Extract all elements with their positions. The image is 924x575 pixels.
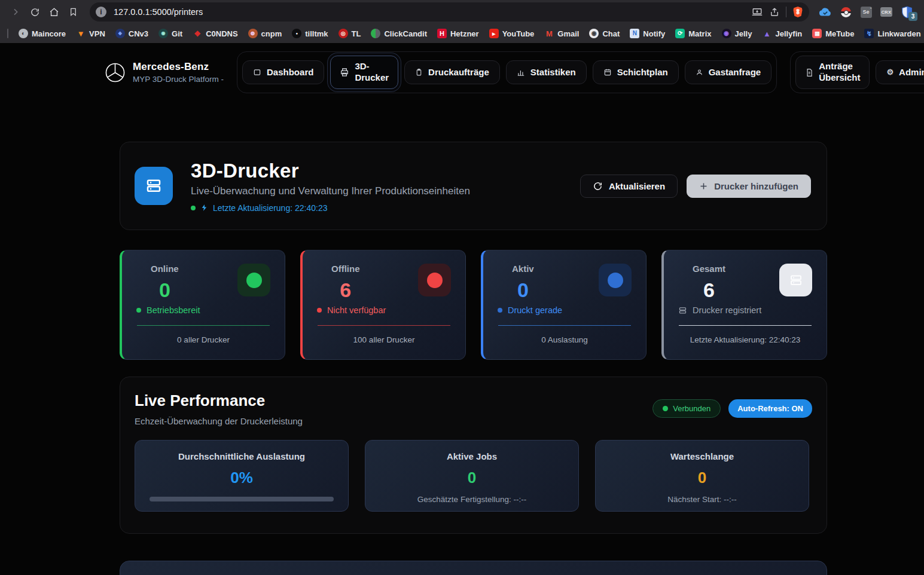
home-button[interactable]	[45, 4, 62, 20]
bookmark-clickcandit[interactable]: ClickCandit	[371, 29, 427, 38]
stat-status-label: Betriebsbereit	[147, 305, 200, 315]
jellyfin-favicon	[762, 29, 771, 38]
reload-button[interactable]	[26, 4, 43, 20]
bookmark-cnpm[interactable]: cnpm	[248, 29, 282, 38]
perf-card-value: 0	[380, 469, 564, 487]
send-to-device-button[interactable]	[751, 7, 763, 17]
live-status-dot	[191, 206, 196, 210]
printers-hero-icon	[135, 167, 173, 205]
bookmark-label: Linkwarden	[877, 29, 920, 38]
gear-icon: ⚙	[886, 68, 893, 77]
bookmark-jellyfin[interactable]: Jellyfin	[762, 29, 802, 38]
bookmark-label: VPN	[89, 29, 105, 38]
extensions-row: Se CRX 3	[815, 5, 918, 19]
nav-label: Schichtplan	[617, 67, 668, 78]
document-icon	[805, 68, 813, 77]
stat-card-aktiv: Aktiv 0 Druckt gerade 0 Auslastung	[481, 250, 647, 360]
git-favicon	[158, 29, 168, 38]
auto-refresh-toggle[interactable]: Auto-Refresh: ON	[728, 399, 812, 418]
nav-druckauftraege[interactable]: Druckaufträge	[404, 60, 500, 85]
hetzner-favicon	[437, 29, 447, 38]
add-printer-button[interactable]: Drucker hinzufügen	[687, 175, 811, 198]
bolt-icon	[200, 203, 208, 212]
site-info-icon[interactable]: i	[96, 7, 106, 17]
bookmark-c0ndns[interactable]: C0NDNS	[193, 29, 237, 38]
bookmark-chat[interactable]: Chat	[589, 29, 620, 38]
bookmark-linkwarden[interactable]: Linkwarden	[864, 29, 920, 38]
dashboard-icon	[253, 68, 261, 77]
shield-extension-button[interactable]: 3	[900, 5, 913, 19]
send-to-device-icon	[751, 7, 763, 17]
bookmark-tilltmk[interactable]: tilltmk	[292, 29, 328, 38]
last-update-text: Letzte Aktualisierung: 22:40:23	[213, 203, 327, 213]
bookmark-notify[interactable]: Notify	[630, 29, 665, 38]
nav-dashboard[interactable]: Dashboard	[242, 60, 324, 85]
bookmark-hetzner[interactable]: Hetzner	[437, 29, 479, 38]
bookmark-vpn[interactable]: VPN	[76, 29, 105, 38]
live-performance-card: Live Performance Echzeit-Überwachung der…	[120, 377, 827, 534]
hero-card: 3D-Drucker Live-Überwachung und Verwaltu…	[120, 142, 827, 230]
crx-icon: CRX	[880, 7, 892, 17]
page: Mercedes-Benz MYP 3D-Druck Platform - Da…	[0, 43, 924, 575]
bookmark-jelly[interactable]: Jelly	[722, 29, 752, 38]
nav-statistiken[interactable]: Statistiken	[506, 60, 587, 85]
forward-button[interactable]	[7, 4, 24, 20]
bookmark-label: TL	[352, 29, 361, 38]
clipboard-icon	[415, 68, 423, 77]
bookmark-label: Notify	[643, 29, 665, 38]
refresh-icon	[593, 181, 603, 191]
brave-shield-icon	[792, 6, 803, 18]
nav-3d-drucker[interactable]: 3D-Drucker	[330, 56, 398, 89]
stat-value: 6	[693, 279, 725, 302]
tilltmk-favicon	[292, 29, 301, 38]
nav-label: Anträge Übersicht	[819, 61, 860, 84]
secondary-nav-group: Anträge Übersicht ⚙ Administration	[790, 51, 924, 93]
bar-chart-icon	[517, 68, 525, 77]
total-printers-icon	[779, 264, 812, 296]
bookmark-maincore[interactable]: Maincore	[19, 29, 66, 38]
pokeball-extension-button[interactable]	[839, 5, 852, 19]
nav-antraege-uebersicht[interactable]: Anträge Übersicht	[795, 56, 870, 89]
stat-value: 0	[512, 279, 534, 302]
share-button[interactable]	[769, 7, 780, 17]
nav-label: Statistiken	[530, 67, 576, 78]
brave-shields-button[interactable]	[792, 6, 803, 18]
refresh-button[interactable]: Aktualisieren	[580, 175, 678, 198]
stat-status-label: Druckt gerade	[508, 305, 562, 315]
bookmark-git[interactable]: Git	[158, 29, 182, 38]
bookmark-cnv3[interactable]: CNv3	[115, 29, 148, 38]
filter-search-card: Filter & Suche	[120, 561, 827, 575]
bookmark-gmail[interactable]: Gmail	[544, 29, 579, 38]
page-title: 3D-Drucker	[191, 160, 470, 182]
crx-extension-button[interactable]: CRX	[880, 5, 893, 19]
brand-subtitle: MYP 3D-Druck Platform -	[133, 75, 224, 84]
bookmark-youtube[interactable]: YouTube	[489, 29, 535, 38]
utilization-progress-bar	[150, 497, 334, 501]
nav-label: Gastanfrage	[709, 67, 761, 78]
notify-favicon	[630, 29, 639, 38]
server-icon	[678, 306, 687, 315]
jelly-favicon	[722, 29, 731, 38]
selenium-extension-button[interactable]: Se	[859, 5, 873, 19]
nav-administration[interactable]: ⚙ Administration	[876, 60, 924, 85]
nav-label: Dashboard	[267, 67, 313, 78]
cloud-extension-button[interactable]	[819, 5, 832, 19]
nav-schichtplan[interactable]: Schichtplan	[593, 60, 679, 85]
url-bar[interactable]: i 127.0.0.1:5000/printers	[90, 2, 809, 22]
nav-gastanfrage[interactable]: Gastanfrage	[685, 60, 772, 85]
gmail-favicon	[544, 29, 554, 38]
bookmarks-toggle-button[interactable]	[65, 4, 81, 20]
perf-card-footer: Nächster Start: --:--	[610, 495, 794, 504]
bookmark-matrix[interactable]: Matrix	[675, 29, 711, 38]
bookmark-flag-icon	[69, 7, 78, 17]
cloud-icon	[819, 7, 832, 17]
bookmark-label: Git	[172, 29, 182, 38]
bookmark-metube[interactable]: MeTube	[812, 29, 854, 38]
stat-divider	[679, 325, 812, 326]
bookmark-tl[interactable]: TL	[339, 29, 361, 38]
stat-card-gesamt: Gesamt 6 Drucker registriert Letzte Aktu…	[661, 250, 827, 360]
selenium-icon: Se	[861, 7, 872, 18]
stat-card-offline: Offline 6 Nicht verfügbar 100 aller Druc…	[300, 250, 466, 360]
vpn-favicon	[76, 29, 86, 38]
bookmark-label: Maincore	[32, 29, 66, 38]
